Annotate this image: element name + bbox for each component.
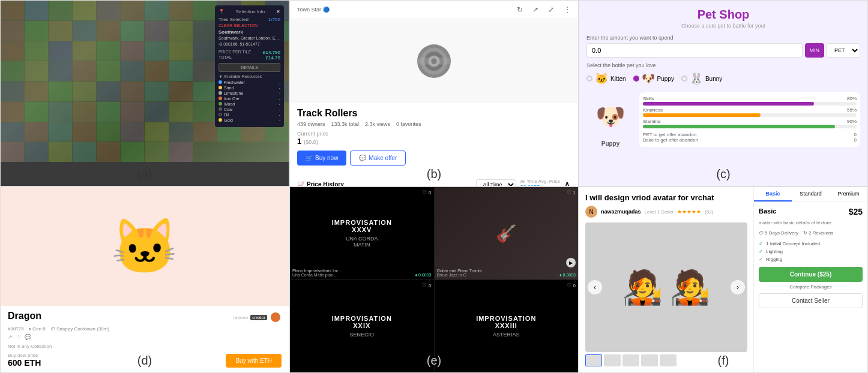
thumb-2[interactable] bbox=[604, 354, 621, 366]
music-card-4: IMPROVISATION XXXIII ASTERIAS ♡ 0 bbox=[435, 280, 579, 372]
time-filter-dropdown[interactable]: All Time bbox=[476, 179, 516, 187]
buy-with-eth-button[interactable]: Buy with ETH bbox=[226, 354, 282, 368]
creator-avatar bbox=[270, 311, 282, 323]
rating-count: (62) bbox=[705, 209, 713, 215]
kitten-radio[interactable] bbox=[586, 76, 592, 82]
map-cell bbox=[73, 21, 96, 41]
pet-amount-section: Enter the amount you want to spend MIN P… bbox=[586, 35, 860, 58]
external-link-icon[interactable]: ↗ bbox=[532, 5, 538, 14]
map-cell bbox=[49, 1, 72, 20]
thumb-1[interactable] bbox=[585, 354, 602, 366]
close-icon[interactable]: ✕ bbox=[276, 9, 280, 14]
map-cell bbox=[145, 1, 168, 20]
map-cell bbox=[121, 1, 144, 20]
map-cell bbox=[49, 142, 72, 162]
favorites-stat: 0 favorites bbox=[396, 121, 421, 127]
resources-title: ▼ Available Resources bbox=[219, 74, 280, 79]
heart-icon-1[interactable]: ♡ bbox=[422, 189, 427, 195]
feature-concept: ✓ 1 Initial Concept Included bbox=[759, 240, 863, 246]
track-roller-image bbox=[410, 43, 458, 79]
product-header: Town Star 🔵 ↻ ↗ ⤢ ⋮ bbox=[290, 1, 578, 19]
music-cover-3: IMPROVISATION XXIX SENECIO bbox=[290, 280, 434, 372]
heart-action[interactable]: ♡ bbox=[16, 334, 21, 340]
map-cell bbox=[97, 142, 120, 162]
delivery-text: 5 Days Delivery bbox=[765, 230, 798, 236]
offer-icon: 💬 bbox=[359, 155, 366, 161]
music-meta-1: Piano Improvisations Inc... Una Corda Ma… bbox=[292, 269, 432, 277]
play-btn[interactable]: ▶ bbox=[566, 258, 576, 267]
check-icon-1: ✓ bbox=[759, 240, 764, 246]
music-subtitle-1a: UNA CORDA bbox=[346, 236, 378, 242]
tab-premium[interactable]: Premium bbox=[830, 187, 867, 201]
heart-icon-3[interactable]: ♡ bbox=[422, 282, 427, 288]
share-icon[interactable]: ⤢ bbox=[548, 5, 554, 14]
kitten-option[interactable]: 🐱 Kitten bbox=[586, 72, 626, 85]
puppy-radio[interactable] bbox=[633, 76, 639, 82]
map-cell bbox=[169, 142, 193, 162]
map-cell bbox=[193, 61, 217, 81]
details-button[interactable]: DETAILS bbox=[219, 63, 280, 72]
heart-icon-4[interactable]: ♡ bbox=[567, 282, 571, 288]
selection-header: 📍 Selection Info ✕ bbox=[219, 9, 280, 14]
panel-d: 🐱 Dragon rabono creator #90775 ♦ Gen 8 ⏱… bbox=[0, 186, 289, 373]
delivery-info: ⏱ 5 Days Delivery bbox=[759, 230, 798, 236]
amount-input[interactable] bbox=[586, 43, 803, 58]
compare-packages-link[interactable]: Compare Packages bbox=[759, 284, 863, 290]
select-pet-label: Select the bottle pet you love bbox=[586, 62, 860, 68]
map-cell bbox=[1, 41, 24, 61]
nft-gen: ♦ Gen 8 bbox=[29, 326, 46, 332]
map-cell bbox=[49, 122, 72, 142]
thumb-4[interactable] bbox=[641, 354, 658, 366]
thumb-5[interactable] bbox=[660, 354, 677, 366]
make-offer-button[interactable]: 💬 Make offer bbox=[350, 151, 406, 166]
clear-selection-btn[interactable]: CLEAR SELECTION bbox=[219, 23, 280, 28]
map-cell bbox=[193, 1, 217, 20]
title-price-2: Breve Jazz in G ♦ 0.0003 bbox=[437, 273, 576, 277]
panel-e: IMPROVISATION XXXV UNA CORDA MATIN ♡ 0 P… bbox=[289, 186, 579, 373]
prev-button[interactable]: ‹ bbox=[588, 280, 602, 294]
guitar-image: 🎸 bbox=[496, 224, 517, 243]
map-cell bbox=[193, 82, 217, 101]
continue-button[interactable]: Continue ($25) bbox=[759, 267, 863, 282]
collapse-icon[interactable]: ∧ bbox=[564, 179, 571, 186]
brand-name: rabono bbox=[233, 315, 248, 320]
revisions-text: 2 Revisions bbox=[809, 230, 833, 236]
map-cell bbox=[73, 41, 96, 61]
price-value: 600 ETH bbox=[8, 358, 41, 368]
tab-standard[interactable]: Standard bbox=[792, 187, 830, 201]
stamina-value: 90% bbox=[847, 119, 857, 124]
bunny-option[interactable]: 🐰 Bunny bbox=[681, 72, 722, 85]
tab-basic[interactable]: Basic bbox=[754, 187, 792, 201]
pet-stats-panel: Skills 80% Kindness 55% Stamina 90% bbox=[639, 92, 860, 147]
nft-cooldown: ⏱ Snappy Cooldown (30m) bbox=[50, 326, 109, 332]
panel-f: I will design vriod avatar for vrchat N … bbox=[579, 186, 868, 373]
music-meta-2: Guitar and Piano Tracks Breve Jazz in G … bbox=[437, 269, 576, 277]
kitten-icon: 🐱 bbox=[595, 72, 608, 85]
bunny-radio[interactable] bbox=[681, 76, 687, 82]
resource-limestone: Limestone- bbox=[219, 91, 280, 95]
thumb-3[interactable] bbox=[622, 354, 639, 366]
contact-seller-button[interactable]: Contact Seller bbox=[759, 293, 863, 308]
map-cell bbox=[97, 41, 120, 61]
map-cell bbox=[49, 82, 72, 101]
package-name: Basic bbox=[759, 207, 776, 215]
comment-action[interactable]: 💬 bbox=[25, 334, 31, 340]
min-button[interactable]: MIN bbox=[805, 43, 825, 58]
puppy-option[interactable]: 🐶 Puppy bbox=[633, 72, 674, 85]
next-button[interactable]: › bbox=[731, 280, 745, 294]
music-subtitle-1b: MATIN bbox=[354, 242, 370, 248]
like-count-3: 0 bbox=[429, 283, 431, 288]
share-action[interactable]: ↗ bbox=[8, 334, 13, 340]
make-offer-label: Make offer bbox=[369, 155, 397, 161]
buy-now-button[interactable]: 🛒 Buy now bbox=[297, 151, 346, 166]
seller-name[interactable]: nawazmuqadas bbox=[601, 209, 641, 215]
more-icon[interactable]: ⋮ bbox=[564, 5, 571, 14]
kindness-value: 55% bbox=[847, 107, 857, 113]
heart-icon-2[interactable]: ♡ bbox=[567, 189, 571, 195]
package-price: $25 bbox=[849, 207, 863, 216]
total-row: TOTAL £14.79 bbox=[219, 55, 280, 61]
refresh-icon[interactable]: ↻ bbox=[517, 5, 523, 14]
map-cell bbox=[169, 122, 193, 142]
pet-type-dropdown[interactable]: PET bbox=[827, 43, 860, 58]
map-cell bbox=[73, 122, 96, 142]
